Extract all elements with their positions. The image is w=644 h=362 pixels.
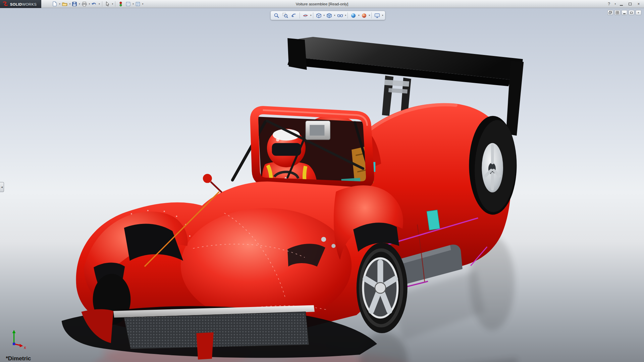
save-icon xyxy=(72,2,77,6)
cascade-window-button[interactable] xyxy=(607,10,613,15)
solidworks-logo-icon xyxy=(2,1,9,7)
solidworks-logo: SOLIDWORKS xyxy=(0,0,41,8)
splitter-pylon xyxy=(196,333,213,360)
zoom-fit-icon xyxy=(274,13,279,18)
graphics-viewport[interactable]: x *Dimetric ▾ xyxy=(0,8,644,362)
hide-show-items-icon xyxy=(337,13,343,18)
titlebar: SOLIDWORKS ▾ ▾ ▾ xyxy=(0,0,644,8)
side-mirror xyxy=(203,174,212,183)
orientation-label: *Dimetric xyxy=(6,355,31,362)
view-orientation-icon xyxy=(316,13,322,18)
maximize-button[interactable] xyxy=(627,1,633,7)
edit-appearance-icon xyxy=(351,13,356,18)
headsup-view-toolbar: ▾ ▾ ▾ ▾ xyxy=(270,11,385,20)
hood-bulge xyxy=(181,208,352,323)
document-window-controls: × xyxy=(607,10,641,15)
properties-sheet-icon xyxy=(126,2,130,6)
help-caret-icon[interactable]: ▾ xyxy=(614,3,616,5)
logo-text-bold: SOLID xyxy=(10,2,22,6)
section-view-button[interactable] xyxy=(301,11,310,19)
logo-text-light: WORKS xyxy=(22,2,37,6)
previous-view-button[interactable] xyxy=(290,11,298,19)
tile-window-button[interactable] xyxy=(614,10,620,15)
properties-button[interactable] xyxy=(125,1,131,7)
triad-x-label: x xyxy=(24,345,26,350)
zoom-area-icon xyxy=(282,13,288,18)
minimize-icon xyxy=(620,5,623,6)
open-button[interactable] xyxy=(61,1,68,7)
minimize-icon xyxy=(623,13,626,14)
print-button[interactable] xyxy=(81,1,88,7)
undo-button[interactable] xyxy=(91,1,98,7)
tile-icon xyxy=(616,11,619,14)
appearance-swatch-button[interactable] xyxy=(117,1,124,7)
apply-scene-icon xyxy=(361,13,367,18)
save-button[interactable] xyxy=(71,1,78,7)
options-sheet-icon xyxy=(136,2,140,6)
zoom-fit-button[interactable] xyxy=(272,11,281,19)
grille-mesh xyxy=(124,312,309,349)
doc-restore-button[interactable] xyxy=(629,10,634,15)
doc-minimize-button[interactable] xyxy=(622,10,627,15)
select-button[interactable] xyxy=(104,1,111,7)
new-document-button[interactable] xyxy=(51,1,58,7)
new-document-icon xyxy=(52,1,57,6)
undo-icon xyxy=(92,2,97,6)
open-folder-icon xyxy=(62,2,67,6)
view-settings-button[interactable] xyxy=(373,11,381,19)
view-settings-icon xyxy=(374,13,380,18)
section-view-icon xyxy=(303,13,308,18)
help-button[interactable]: ? xyxy=(605,1,612,7)
view-orientation-button[interactable] xyxy=(315,11,323,19)
front-right-wheel xyxy=(357,243,408,333)
apply-scene-button[interactable] xyxy=(360,11,368,19)
minimize-button[interactable] xyxy=(618,1,625,7)
chevron-left-icon: ◄ xyxy=(1,186,3,189)
maximize-icon xyxy=(629,3,632,5)
restore-icon xyxy=(630,12,633,14)
zoom-area-button[interactable] xyxy=(281,11,289,19)
hide-show-items-button[interactable] xyxy=(336,11,344,19)
appearance-swatch-icon xyxy=(119,2,122,6)
edit-appearance-button[interactable] xyxy=(349,11,358,19)
cascade-icon xyxy=(609,11,612,14)
previous-view-icon xyxy=(291,13,297,18)
model-view-canvas[interactable]: x *Dimetric xyxy=(0,8,644,362)
close-button[interactable]: × xyxy=(635,1,642,7)
feature-tree-collapse-tab[interactable]: ◄ xyxy=(0,182,4,192)
select-cursor-icon xyxy=(106,1,110,6)
display-style-icon xyxy=(326,13,332,18)
print-icon xyxy=(82,2,87,6)
doc-close-button[interactable]: × xyxy=(636,10,641,15)
options-button[interactable] xyxy=(135,1,141,7)
display-style-button[interactable] xyxy=(325,11,333,19)
